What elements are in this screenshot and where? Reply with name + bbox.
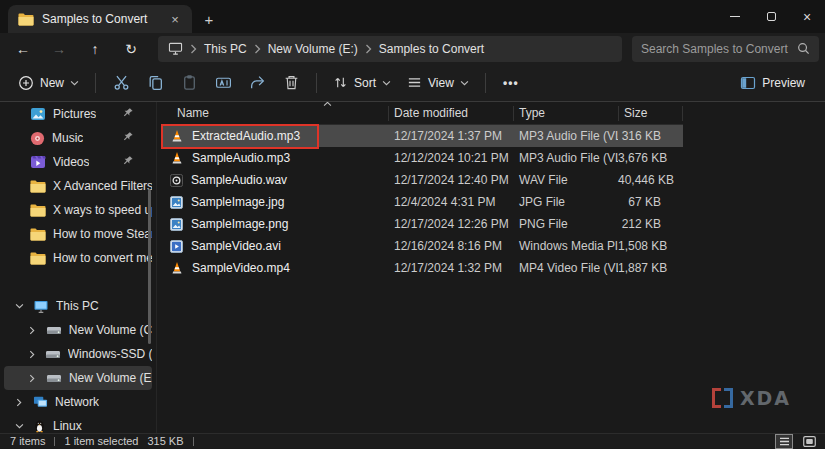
file-row-samplevideo-mp4[interactable]: SampleVideo.mp4 12/17/2024 1:32 PM MP4 V… <box>163 257 683 279</box>
titlebar: Samples to Convert × + × <box>0 0 825 33</box>
pictures-icon <box>30 107 46 121</box>
sidebar-item-this-pc[interactable]: This PC <box>4 294 152 318</box>
sidebar-item-drive-e[interactable]: New Volume (E:) <box>4 366 152 390</box>
videos-icon <box>30 155 46 169</box>
folder-icon <box>18 13 34 26</box>
column-header-name[interactable]: Name <box>163 106 388 120</box>
more-options-button[interactable]: ••• <box>494 69 528 97</box>
file-row-samplevideo-avi[interactable]: SampleVideo.avi 12/16/2024 8:16 PM Windo… <box>163 235 683 257</box>
column-header-date-modified[interactable]: Date modified <box>388 106 513 120</box>
xda-logo-text: XDA <box>740 387 791 409</box>
sidebar-item-folder[interactable]: How to move Steam gan <box>4 222 152 246</box>
back-button[interactable]: ← <box>8 36 38 62</box>
file-row-sampleimage-png[interactable]: SampleImage.png 12/17/2024 12:26 PM PNG … <box>163 213 683 235</box>
details-view-button[interactable] <box>776 435 792 448</box>
rename-button[interactable] <box>206 69 240 97</box>
sidebar-item-linux[interactable]: Linux <box>4 414 152 433</box>
column-header-size[interactable]: Size <box>618 106 683 120</box>
sidebar-item-drive-d[interactable]: Windows-SSD (D:) <box>4 342 152 366</box>
status-divider <box>193 437 194 446</box>
file-date: 12/12/2024 10:21 PM <box>388 151 513 165</box>
file-date: 12/17/2024 12:40 PM <box>388 173 513 187</box>
refresh-button[interactable]: ↻ <box>116 36 146 62</box>
close-button[interactable]: × <box>789 0 825 33</box>
breadcrumb-this-pc[interactable]: This PC <box>204 42 247 56</box>
status-divider <box>54 437 55 446</box>
preview-button-label: Preview <box>762 76 805 90</box>
file-row-sampleaudio-mp3[interactable]: SampleAudio.mp3 12/12/2024 10:21 PM MP3 … <box>163 147 683 169</box>
sort-button-label: Sort <box>354 76 376 90</box>
explorer-tab[interactable]: Samples to Convert × <box>8 5 192 33</box>
cut-icon <box>113 74 130 91</box>
file-row-sampleaudio-wav[interactable]: SampleAudio.wav 12/17/2024 12:40 PM WAV … <box>163 169 683 191</box>
file-size: 1,508 KB <box>618 239 683 253</box>
vlc-file-icon <box>170 261 184 275</box>
minimize-icon <box>730 16 740 17</box>
file-type: JPG File <box>513 195 618 209</box>
image-file-icon <box>170 218 183 231</box>
status-bar: 7 items 1 item selected 315 KB <box>0 433 825 448</box>
view-button[interactable]: View <box>399 69 477 97</box>
paste-button[interactable] <box>172 69 206 97</box>
sidebar-item-label: X ways to speed up slow <box>53 203 152 217</box>
sidebar-item-drive-c[interactable]: New Volume (C:) <box>4 318 152 342</box>
search-box[interactable]: Search Samples to Convert <box>632 36 819 62</box>
sidebar-item-label: This PC <box>56 299 99 313</box>
delete-button[interactable] <box>274 69 308 97</box>
tab-close-button[interactable]: × <box>166 10 184 28</box>
paste-icon <box>181 74 198 91</box>
file-type: Windows Media Player <box>513 239 618 253</box>
sidebar-item-folder[interactable]: X ways to speed up slow <box>4 198 152 222</box>
sort-button[interactable]: Sort <box>325 69 399 97</box>
column-divider[interactable] <box>513 106 514 121</box>
chevron-down-icon <box>12 423 26 429</box>
sidebar-item-network[interactable]: Network <box>4 390 152 414</box>
sidebar-item-label: Linux <box>53 419 82 433</box>
column-divider[interactable] <box>682 106 683 121</box>
window-controls: × <box>717 0 825 33</box>
chevron-down-icon <box>12 303 26 309</box>
sidebar-item-music[interactable]: Music <box>4 126 152 150</box>
breadcrumb-current-folder[interactable]: Samples to Convert <box>379 42 484 56</box>
view-button-label: View <box>428 76 454 90</box>
sidebar: Pictures Music Videos X Advanced Filters… <box>0 102 157 433</box>
file-name: SampleAudio.wav <box>191 173 287 187</box>
breadcrumb-drive[interactable]: New Volume (E:) <box>268 42 358 56</box>
chevron-right-icon <box>26 350 38 359</box>
sidebar-item-videos[interactable]: Videos <box>4 150 152 174</box>
up-button[interactable]: ↑ <box>80 36 110 62</box>
drive-icon <box>46 373 62 384</box>
vlc-file-icon <box>170 129 184 143</box>
details-view-icon <box>779 437 790 446</box>
vlc-file-icon <box>170 151 184 165</box>
address-bar[interactable]: This PC New Volume (E:) Samples to Conve… <box>158 36 622 62</box>
sidebar-item-pictures[interactable]: Pictures <box>4 102 152 126</box>
column-header-type[interactable]: Type <box>513 106 618 120</box>
new-button[interactable]: New <box>10 69 87 97</box>
sidebar-scrollbar[interactable] <box>148 189 151 344</box>
file-date: 12/17/2024 12:26 PM <box>388 217 513 231</box>
pin-icon <box>122 131 134 143</box>
thumbnail-view-button[interactable] <box>801 435 817 448</box>
minimize-button[interactable] <box>717 0 753 33</box>
file-type: MP3 Audio File (VLC) <box>513 151 618 165</box>
chevron-down-icon <box>460 80 469 86</box>
thumbnail-view-icon <box>803 436 816 447</box>
forward-button[interactable]: → <box>44 36 74 62</box>
sidebar-item-folder[interactable]: X Advanced Filters I Use <box>4 174 152 198</box>
file-size: 40,446 KB <box>618 173 683 187</box>
file-type: PNG File <box>513 217 618 231</box>
file-row-sampleimage-jpg[interactable]: SampleImage.jpg 12/4/2024 4:31 PM JPG Fi… <box>163 191 683 213</box>
preview-button[interactable]: Preview <box>732 69 813 97</box>
column-divider[interactable] <box>388 106 389 121</box>
share-button[interactable] <box>240 69 274 97</box>
column-divider[interactable] <box>618 106 619 121</box>
file-row-extractedaudio-mp3[interactable]: ExtractedAudio.mp3 12/17/2024 1:37 PM MP… <box>163 125 683 147</box>
maximize-button[interactable] <box>753 0 789 33</box>
cut-button[interactable] <box>104 69 138 97</box>
new-tab-button[interactable]: + <box>198 8 220 30</box>
search-icon <box>797 42 810 55</box>
copy-button[interactable] <box>138 69 172 97</box>
new-button-label: New <box>40 76 64 90</box>
sidebar-item-folder[interactable]: How to convert media fil <box>4 246 152 270</box>
